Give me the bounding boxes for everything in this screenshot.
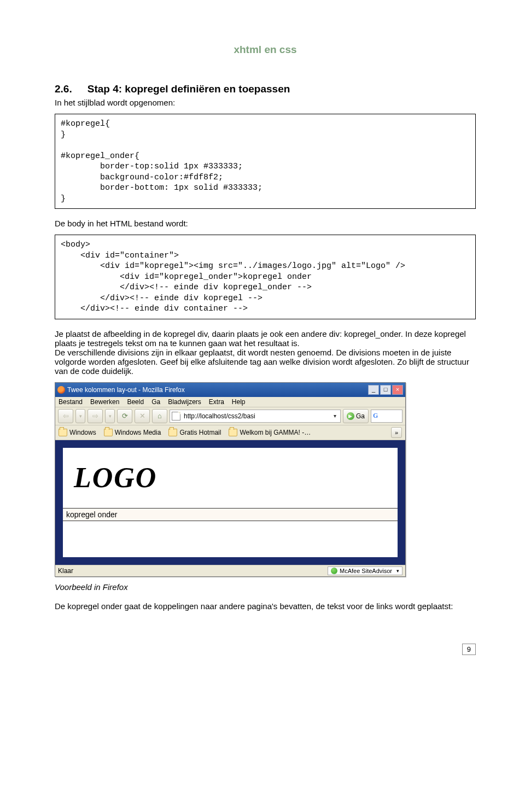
kopregel-onder: kopregel onder (63, 508, 398, 521)
browser-viewport: LOGO kopregel onder (55, 440, 405, 565)
intro-para: In het stijlblad wordt opgenomen: (55, 98, 476, 107)
go-icon: ▶ (347, 412, 354, 420)
mid-para: De body in het HTML bestand wordt: (55, 219, 476, 228)
rendered-page: LOGO kopregel onder (63, 448, 398, 557)
bookmark-windows[interactable]: Windows (59, 429, 96, 436)
window-titlebar: Twee kolommen lay-out - Mozilla Firefox … (55, 383, 405, 397)
page-number: 9 (462, 644, 476, 655)
siteadvisor-widget[interactable]: McAfee SiteAdvisor ▾ (328, 566, 402, 575)
code-block-2: <body> <div id="container"> <div id="kop… (55, 235, 476, 319)
menu-bar: Bestand Bewerken Beeld Ga Bladwijzers Ex… (55, 397, 405, 407)
url-input[interactable] (183, 412, 330, 420)
forward-button[interactable]: ⇨ (88, 409, 103, 423)
siteadvisor-icon (331, 568, 337, 574)
minimize-button[interactable]: _ (368, 385, 379, 395)
bookmark-label: Welkom bij GAMMA! -… (240, 429, 311, 436)
bookmark-gamma[interactable]: Welkom bij GAMMA! -… (229, 429, 311, 436)
section-heading: 2.6.Stap 4: kopregel definiëren en toepa… (55, 83, 476, 95)
back-dropdown[interactable]: ▾ (75, 409, 85, 423)
bookmark-label: Windows (69, 429, 96, 436)
menu-bladwijzers[interactable]: Bladwijzers (168, 398, 201, 406)
menu-ga[interactable]: Ga (151, 398, 160, 406)
menu-bestand[interactable]: Bestand (59, 398, 83, 406)
window-title: Twee kolommen lay-out - Mozilla Firefox (67, 386, 368, 394)
firefox-icon (57, 386, 65, 394)
bookmark-label: Windows Media (115, 429, 161, 436)
back-button[interactable]: ⇦ (58, 409, 73, 423)
section-number: 2.6. (55, 83, 72, 95)
address-bar[interactable]: ▾ (170, 410, 341, 423)
folder-icon (59, 429, 67, 436)
home-button[interactable]: ⌂ (152, 409, 167, 423)
section-title: Stap 4: kopregel definiëren en toepassen (88, 83, 290, 95)
status-bar: Klaar McAfee SiteAdvisor ▾ (55, 565, 405, 576)
bookmarks-toolbar: Windows Windows Media Gratis Hotmail Wel… (55, 425, 405, 440)
siteadvisor-label: McAfee SiteAdvisor (340, 568, 392, 574)
folder-icon (229, 429, 237, 436)
menu-help[interactable]: Help (232, 398, 246, 406)
menu-beeld[interactable]: Beeld (127, 398, 144, 406)
menu-extra[interactable]: Extra (209, 398, 224, 406)
reload-button[interactable]: ⟳ (117, 409, 132, 423)
url-dropdown-icon[interactable]: ▾ (332, 413, 339, 419)
go-button[interactable]: ▶ Ga (343, 409, 369, 423)
siteadvisor-dropdown-icon: ▾ (396, 568, 399, 574)
close-button[interactable]: × (392, 385, 403, 395)
stop-button[interactable]: ✕ (135, 409, 150, 423)
logo-image: LOGO (74, 462, 157, 494)
folder-icon (104, 429, 113, 436)
running-header: xhtml en css (55, 44, 476, 56)
bookmark-label: Gratis Hotmail (179, 429, 221, 436)
nav-toolbar: ⇦ ▾ ⇨ ▾ ⟳ ✕ ⌂ ▾ ▶ Ga G (55, 407, 405, 425)
google-icon: G (373, 412, 378, 420)
code-block-1: #kopregel{ } #kopregel_onder{ border-top… (55, 114, 476, 209)
go-label: Ga (356, 412, 365, 420)
final-para: De kopregel onder gaat de koppelingen na… (55, 601, 476, 611)
figure-caption: Voorbeeld in Firefox (55, 582, 476, 592)
page-footer: 9 (55, 644, 476, 655)
forward-dropdown[interactable]: ▾ (105, 409, 115, 423)
bookmark-windows-media[interactable]: Windows Media (104, 429, 161, 436)
search-box[interactable]: G (371, 410, 402, 423)
status-text: Klaar (58, 567, 324, 575)
kopregel-area: LOGO (63, 448, 398, 508)
browser-screenshot: Twee kolommen lay-out - Mozilla Firefox … (55, 382, 406, 577)
folder-icon (168, 429, 177, 436)
bookmark-hotmail[interactable]: Gratis Hotmail (168, 429, 221, 436)
menu-bewerken[interactable]: Bewerken (90, 398, 119, 406)
explain-para: Je plaatst de afbeelding in de kopregel … (55, 329, 476, 376)
bookmarks-overflow[interactable]: » (391, 427, 402, 438)
page-icon (172, 412, 180, 420)
maximize-button[interactable]: □ (380, 385, 391, 395)
